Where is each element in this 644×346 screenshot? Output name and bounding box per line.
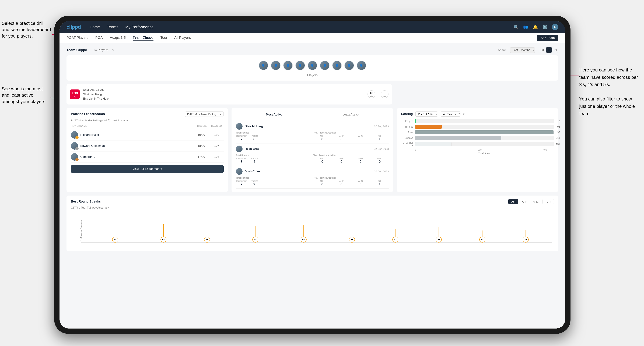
bar-value-eagles: 3	[558, 120, 560, 123]
x-label-200: 200	[478, 149, 482, 151]
streak-stem-1	[115, 221, 115, 237]
filter-ott[interactable]: OTT	[508, 199, 518, 204]
annotation-left-2: See who is the most and least active amo…	[2, 86, 51, 105]
nav-logo: clippd	[66, 24, 81, 30]
view-icons: ⊞ ☰ ⊟	[540, 47, 558, 53]
bar-fill-eagles	[415, 119, 416, 123]
subnav-pgat[interactable]: PGAT Players	[66, 36, 88, 40]
pa-practice-1: Total Practice Activities OTT0 APP0 ARG0…	[313, 131, 389, 141]
streak-stem-5	[304, 225, 304, 237]
chevron-down-icon: ▾	[220, 113, 222, 116]
bar-track-bogeys: 311	[415, 136, 554, 140]
filter-arg[interactable]: ARG	[531, 199, 541, 204]
drill-subtitle: PUTT Must Make Putting (3-6 ft), Last 3 …	[71, 119, 224, 122]
annotation-right: Here you can see how the team have score…	[579, 66, 639, 117]
bar-label-eagles: Eagles	[401, 120, 413, 123]
shot-start-lie: Start Lie: Rough	[83, 92, 364, 97]
subnav-team-clippd[interactable]: Team Clippd	[133, 35, 154, 40]
settings-icon[interactable]: ⚙️	[542, 25, 548, 29]
tab-least-active[interactable]: Least Active	[312, 112, 389, 118]
user-avatar[interactable]: U	[552, 24, 558, 30]
player-avatar-6[interactable]: 👤	[320, 61, 330, 70]
view-full-leaderboard-button[interactable]: View Full Leaderboard	[71, 165, 224, 173]
shot-details: Shot Dist: 16 yds Start Lie: Rough End L…	[83, 88, 364, 101]
player-avatar-4[interactable]: 👤	[296, 61, 305, 70]
add-team-button[interactable]: Add Team	[537, 35, 558, 41]
lb-score-2: 18/20	[194, 144, 208, 148]
grid-line-2	[82, 225, 552, 225]
bar-row-dbogeys: D. Bogeys + 131	[401, 142, 554, 147]
view-grid-icon[interactable]: ⊞	[540, 47, 545, 53]
shot-card: 198 SQ Shot Dist: 16 yds Start Lie: Roug…	[66, 84, 392, 105]
streak-bubble-10: 3x	[523, 237, 529, 243]
activity-card: Most Active Least Active Blair McHarg 26…	[232, 108, 393, 192]
pa-name-1: Blair McHarg	[245, 125, 372, 128]
edit-icon[interactable]: ✎	[112, 48, 114, 52]
navbar: clippd Home Teams My Performance 🔍 👥 🔔 ⚙…	[60, 21, 565, 33]
pa-avatar-3	[236, 168, 242, 175]
player-avatar-2[interactable]: 👤	[271, 61, 280, 70]
tab-most-active[interactable]: Most Active	[236, 112, 312, 118]
filter-app[interactable]: APP	[520, 199, 530, 204]
annotation-left-1: Select a practice drill and see the lead…	[2, 20, 52, 39]
bar-fill-pars	[415, 130, 554, 134]
players-avatars: 👤 👤 👤 👤 👤 👤 👤 👤 👤	[71, 59, 554, 72]
activity-player-1: Blair McHarg 26 Aug 2023 Total Rounds To…	[236, 121, 389, 144]
player-avatar-3[interactable]: 👤	[283, 61, 293, 70]
activity-player-2: Rees Britt 02 Sep 2023 Total Rounds Tour…	[236, 144, 389, 166]
player-avatar-8[interactable]: 👤	[344, 61, 354, 70]
players-label: Players	[71, 73, 554, 77]
bell-icon[interactable]: 🔔	[533, 25, 538, 29]
subnav-pga[interactable]: PGA	[96, 36, 103, 40]
show-select[interactable]: Last 3 months Last 6 months Last year	[510, 47, 535, 53]
subnav-all-players[interactable]: All Players	[174, 36, 191, 40]
streaks-header: Best Round Streaks OTT APP ARG PUTT	[71, 199, 554, 204]
scoring-filter-players[interactable]: All Players	[441, 112, 460, 117]
streak-bubble-4: 5x	[252, 237, 258, 243]
nav-link-teams[interactable]: Teams	[107, 25, 118, 29]
pa-name-2: Rees Britt	[245, 147, 372, 151]
pa-stats-1: Total Rounds Tournament7 Practice6 Total…	[236, 131, 389, 141]
subnav-hcaps[interactable]: Hcaps 1-5	[110, 36, 126, 40]
streak-stem-4	[255, 226, 256, 237]
shot-circle-1: 16 yds	[368, 90, 376, 98]
player-avatar-9[interactable]: 👤	[357, 61, 366, 70]
chevron-down-icon: ▾	[463, 112, 464, 116]
pa-practice-3: Total Practice Activities OTT0 APP0 ARG0…	[313, 176, 389, 186]
lb-score-1: 19/20	[194, 133, 208, 137]
pa-name-3: Josh Coles	[245, 170, 372, 173]
bar-row-bogeys: Bogeys 311	[401, 136, 554, 140]
practice-leaderboard-card: Practice Leaderboards PUTT Must Make Put…	[66, 108, 228, 192]
bar-track-dbogeys: 131	[415, 142, 554, 146]
pa-stats-2: Total Rounds Tournament8 Practice4 Total…	[236, 154, 389, 164]
pa-practice-2: Total Practice Activities OTT0 APP0 ARG0…	[313, 154, 389, 164]
lb-name-2: Edward Crossman	[80, 144, 105, 148]
player-avatar-7[interactable]: 👤	[332, 61, 342, 70]
streak-stem-9	[482, 230, 482, 237]
scoring-card: Scoring Par 3, 4 & 5s Par 3s Par 4s Par …	[397, 108, 558, 192]
filter-putt[interactable]: PUTT	[542, 199, 554, 204]
player-avatar-5[interactable]: 👤	[308, 61, 317, 70]
pa-date-3: 26 Aug 2023	[374, 170, 389, 173]
people-icon[interactable]: 👥	[523, 25, 528, 29]
shot-circle-2: 0 yds	[380, 90, 388, 98]
streak-stem-8	[438, 227, 439, 237]
pa-header-2: Rees Britt 02 Sep 2023	[236, 146, 389, 152]
nav-link-home[interactable]: Home	[90, 25, 100, 29]
lb-avg-2: 107	[210, 144, 224, 148]
streak-point-3: 6x	[204, 223, 210, 243]
streak-stem-2	[163, 224, 164, 237]
view-table-icon[interactable]: ⊟	[553, 47, 558, 53]
scoring-filter-par[interactable]: Par 3, 4 & 5s Par 3s Par 4s Par 5s	[416, 112, 438, 117]
lb-player-2: 2 Edward Crossman	[71, 142, 193, 150]
player-avatar-1[interactable]: 👤	[259, 61, 268, 70]
subnav-right: Add Team	[537, 35, 558, 41]
subnav-tour[interactable]: Tour	[160, 36, 167, 40]
scoring-header: Scoring Par 3, 4 & 5s Par 3s Par 4s Par …	[401, 112, 554, 117]
drill-selector[interactable]: PUTT Must Make Putting... ▾	[185, 112, 224, 117]
view-list-icon[interactable]: ☰	[546, 47, 552, 53]
search-icon[interactable]: 🔍	[514, 25, 519, 29]
streak-point-7: 4x	[392, 229, 398, 243]
team-count: | 14 Players	[92, 48, 108, 52]
nav-link-my-performance[interactable]: My Performance	[125, 25, 154, 29]
